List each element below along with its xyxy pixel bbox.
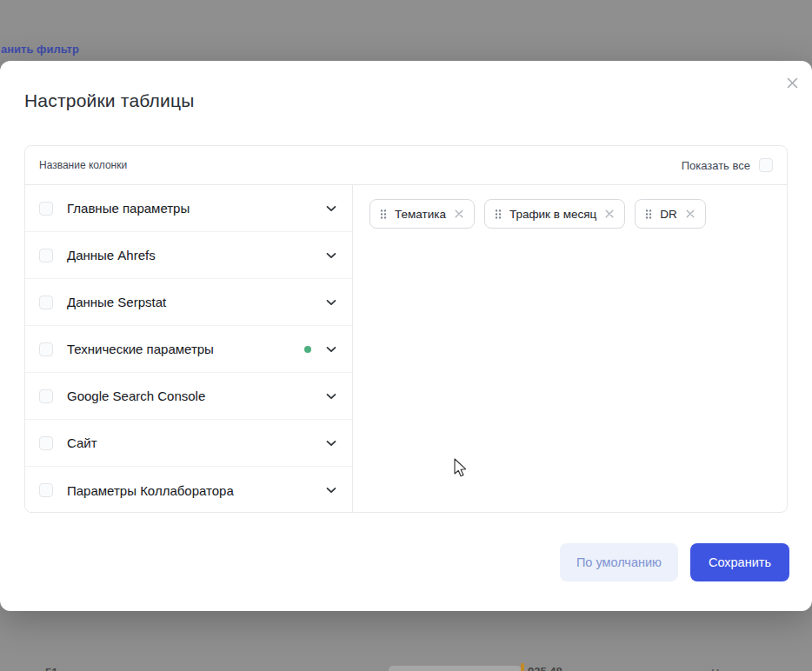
- chevron-down-icon[interactable]: [324, 483, 338, 497]
- chip-label: DR: [660, 208, 677, 221]
- category-label: Параметры Коллаборатора: [67, 483, 234, 498]
- chevron-down-icon[interactable]: [324, 342, 338, 356]
- drag-handle-icon[interactable]: [495, 209, 502, 220]
- category-checkbox[interactable]: [39, 342, 53, 356]
- green-indicator-dot: [304, 346, 311, 353]
- remove-chip-icon[interactable]: [454, 209, 464, 219]
- category-label: Google Search Console: [67, 389, 205, 403]
- background-table-fragment-pill: [389, 666, 522, 671]
- column-chip[interactable]: DR: [635, 199, 706, 229]
- column-chip[interactable]: Тематика: [369, 199, 475, 229]
- category-checkbox[interactable]: [39, 296, 53, 309]
- selected-columns-area: Тематика: [353, 185, 787, 512]
- category-label: Главные параметры: [67, 201, 190, 216]
- save-filter-link[interactable]: анить фильтр: [1, 43, 79, 56]
- drag-handle-icon[interactable]: [645, 209, 652, 220]
- chevron-down-icon[interactable]: [324, 436, 338, 450]
- show-all-label: Показать все: [682, 159, 750, 172]
- remove-chip-icon[interactable]: [685, 209, 696, 219]
- default-button[interactable]: По умолчанию: [560, 543, 678, 581]
- table-settings-modal: Настройки таблицы Название колонки Показ…: [0, 61, 812, 611]
- category-row[interactable]: Данные Serpstat: [25, 279, 352, 326]
- category-row[interactable]: Сайт: [25, 420, 352, 467]
- close-icon[interactable]: [782, 72, 802, 93]
- column-name-label: Название колонки: [39, 159, 127, 171]
- selected-columns-list: Тематика: [369, 199, 787, 229]
- background-table-fragment-right: Н: [711, 665, 719, 671]
- category-label: Технические параметры: [67, 342, 214, 356]
- remove-chip-icon[interactable]: [604, 209, 615, 219]
- category-label: Данные Ahrefs: [67, 248, 156, 262]
- background-table-fragment-left: 51: [45, 664, 57, 671]
- chip-label: Трафик в месяц: [509, 208, 596, 221]
- category-row[interactable]: Google Search Console: [25, 373, 352, 420]
- chevron-down-icon[interactable]: [324, 296, 338, 309]
- screen: анить фильтр 51 935.48·· Н Настройки таб…: [0, 0, 812, 671]
- category-list: Главные параметры Дан: [25, 185, 353, 512]
- category-row[interactable]: Главные параметры: [25, 185, 352, 232]
- show-all-control: Показать все: [682, 158, 773, 172]
- chip-label: Тематика: [395, 208, 446, 221]
- chevron-down-icon[interactable]: [324, 249, 338, 262]
- category-label: Данные Serpstat: [67, 295, 166, 309]
- category-checkbox[interactable]: [39, 249, 53, 262]
- modal-title: Настройки таблицы: [24, 90, 194, 111]
- price-marker-icon: [521, 663, 524, 671]
- category-row[interactable]: Параметры Коллаборатора: [25, 467, 352, 513]
- category-checkbox[interactable]: [39, 202, 53, 216]
- category-label: Сайт: [67, 435, 97, 450]
- chevron-down-icon[interactable]: [324, 389, 338, 403]
- category-checkbox[interactable]: [39, 389, 53, 403]
- category-row[interactable]: Технические параметры: [25, 326, 352, 373]
- panel-header: Название колонки Показать все: [25, 146, 787, 185]
- background-table-fragment-price: 935.48··: [521, 663, 574, 671]
- drag-handle-icon[interactable]: [380, 209, 387, 220]
- modal-footer: По умолчанию Сохранить: [560, 543, 789, 581]
- category-checkbox[interactable]: [39, 483, 53, 497]
- category-checkbox[interactable]: [39, 436, 53, 450]
- column-chip[interactable]: Трафик в месяц: [484, 199, 625, 229]
- show-all-checkbox[interactable]: [759, 158, 773, 172]
- category-row[interactable]: Данные Ahrefs: [25, 232, 352, 279]
- save-button[interactable]: Сохранить: [690, 543, 789, 581]
- columns-panel: Название колонки Показать все Главные па…: [24, 145, 788, 513]
- chevron-down-icon[interactable]: [324, 202, 338, 216]
